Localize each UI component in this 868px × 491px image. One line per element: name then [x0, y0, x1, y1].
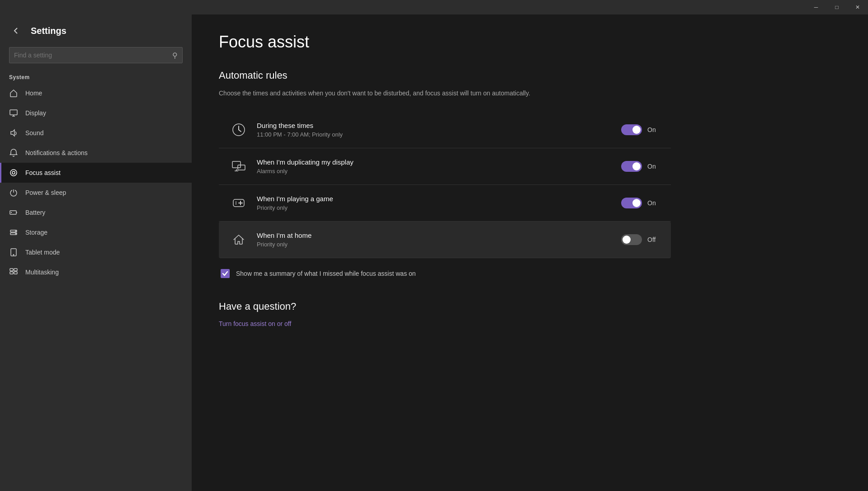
rule-during-times-title: During these times — [257, 122, 612, 129]
automatic-rules-description: Choose the times and activities when you… — [219, 89, 608, 98]
rule-at-home[interactable]: When I'm at home Priority only Off — [219, 222, 671, 258]
sidebar-item-tablet[interactable]: Tablet mode — [0, 242, 192, 262]
svg-rect-22 — [232, 161, 241, 168]
svg-point-4 — [12, 171, 15, 174]
sidebar-item-label-display: Display — [25, 109, 46, 117]
rule-at-home-text: When I'm at home Priority only — [257, 231, 612, 248]
sidebar-item-label-sound: Sound — [25, 129, 43, 137]
focus-icon — [9, 168, 18, 177]
sidebar: Settings ⚲ System Home D — [0, 14, 192, 491]
rule-duplicating-display-state: On — [647, 163, 660, 170]
battery-icon — [9, 208, 18, 217]
rule-duplicating-display-text: When I'm duplicating my display Alarms o… — [257, 158, 612, 175]
search-icon: ⚲ — [172, 51, 178, 60]
sidebar-item-label-battery: Battery — [25, 209, 45, 216]
sidebar-item-display[interactable]: Display — [0, 103, 192, 123]
multitasking-icon — [9, 268, 18, 277]
svg-rect-0 — [10, 110, 17, 115]
svg-rect-17 — [10, 272, 13, 274]
sidebar-item-battery[interactable]: Battery — [0, 203, 192, 222]
clock-icon — [230, 121, 248, 139]
sound-icon — [9, 128, 18, 137]
question-title: Have a question? — [219, 301, 841, 312]
svg-point-30 — [236, 203, 236, 204]
sidebar-item-label-home: Home — [25, 90, 42, 97]
app-container: Settings ⚲ System Home D — [0, 14, 868, 491]
toggle-thumb — [632, 126, 641, 134]
rule-playing-game-toggle-group: On — [621, 198, 660, 208]
rule-at-home-subtitle: Priority only — [257, 241, 612, 248]
summary-checkbox[interactable] — [221, 269, 230, 278]
rule-duplicating-display-subtitle: Alarms only — [257, 168, 612, 175]
toggle-thumb — [632, 199, 641, 207]
sidebar-item-label-notifications: Notifications & actions — [25, 149, 88, 156]
back-button[interactable] — [9, 24, 24, 38]
automatic-rules-heading: Automatic rules — [219, 70, 841, 81]
game-icon — [230, 194, 248, 212]
search-input[interactable] — [14, 52, 169, 59]
tablet-icon — [9, 248, 18, 257]
rule-duplicating-display-toggle-group: On — [621, 161, 660, 172]
svg-point-11 — [15, 231, 16, 231]
rule-playing-game-state: On — [647, 199, 660, 207]
titlebar: ─ □ ✕ — [0, 0, 868, 14]
question-section: Have a question? Turn focus assist on or… — [219, 301, 841, 328]
rule-duplicating-display-title: When I'm duplicating my display — [257, 158, 612, 166]
rule-during-times-text: During these times 11:00 PM - 7:00 AM; P… — [257, 122, 612, 138]
sidebar-item-focus[interactable]: Focus assist — [0, 163, 192, 183]
app-title: Settings — [31, 26, 66, 36]
rule-playing-game-text: When I'm playing a game Priority only — [257, 195, 612, 211]
sidebar-item-storage[interactable]: Storage — [0, 222, 192, 242]
svg-rect-16 — [14, 269, 17, 271]
page-title: Focus assist — [219, 33, 841, 52]
svg-point-5 — [10, 170, 17, 176]
rule-during-times-state: On — [647, 126, 660, 133]
svg-line-21 — [239, 130, 241, 132]
rule-at-home-toggle-group: Off — [621, 234, 660, 245]
main-content: Focus assist Automatic rules Choose the … — [192, 14, 868, 491]
sidebar-item-sound[interactable]: Sound — [0, 123, 192, 143]
rule-duplicating-display-toggle[interactable] — [621, 161, 642, 172]
minimize-button[interactable]: ─ — [806, 0, 826, 14]
rule-at-home-state: Off — [647, 236, 660, 243]
sidebar-item-label-storage: Storage — [25, 229, 47, 236]
rule-at-home-toggle[interactable] — [621, 234, 642, 245]
rule-playing-game-subtitle: Priority only — [257, 204, 612, 211]
maximize-button[interactable]: □ — [826, 0, 847, 14]
summary-label: Show me a summary of what I missed while… — [236, 270, 416, 277]
summary-row[interactable]: Show me a summary of what I missed while… — [219, 269, 671, 278]
help-link[interactable]: Turn focus assist on or off — [219, 320, 291, 327]
system-section-label: System — [0, 71, 192, 83]
at-home-icon — [230, 231, 248, 249]
svg-point-12 — [15, 233, 16, 234]
toggle-thumb — [632, 162, 641, 170]
svg-rect-18 — [14, 272, 17, 274]
sidebar-item-home[interactable]: Home — [0, 83, 192, 103]
sidebar-item-notifications[interactable]: Notifications & actions — [0, 143, 192, 163]
display-icon — [9, 109, 18, 118]
rule-during-times-toggle[interactable] — [621, 124, 642, 135]
rule-during-times-toggle-group: On — [621, 124, 660, 135]
rule-at-home-title: When I'm at home — [257, 231, 612, 239]
rule-duplicating-display[interactable]: When I'm duplicating my display Alarms o… — [219, 148, 671, 185]
search-box[interactable]: ⚲ — [9, 47, 183, 63]
power-icon — [9, 188, 18, 197]
close-button[interactable]: ✕ — [847, 0, 868, 14]
sidebar-item-multitasking[interactable]: Multitasking — [0, 262, 192, 282]
sidebar-header: Settings — [0, 14, 192, 42]
svg-rect-15 — [10, 269, 13, 271]
rule-playing-game-toggle[interactable] — [621, 198, 642, 208]
sidebar-item-label-tablet: Tablet mode — [25, 249, 60, 256]
sidebar-item-label-focus: Focus assist — [25, 169, 61, 176]
svg-point-29 — [236, 202, 236, 203]
home-icon — [9, 89, 18, 98]
sidebar-item-power[interactable]: Power & sleep — [0, 183, 192, 203]
rule-during-times[interactable]: During these times 11:00 PM - 7:00 AM; P… — [219, 112, 671, 148]
rule-playing-game[interactable]: When I'm playing a game Priority only On — [219, 185, 671, 222]
duplicate-display-icon — [230, 157, 248, 175]
rule-playing-game-title: When I'm playing a game — [257, 195, 612, 203]
notifications-icon — [9, 148, 18, 157]
toggle-thumb — [623, 236, 631, 244]
sidebar-item-label-power: Power & sleep — [25, 189, 66, 196]
svg-point-14 — [13, 255, 14, 255]
